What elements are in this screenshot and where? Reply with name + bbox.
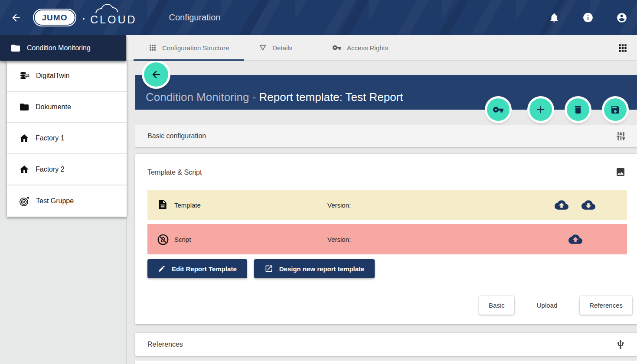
references-button[interactable]: References [580, 296, 632, 315]
button-label: Edit Report Template [172, 265, 237, 273]
workspace: Condition Monitoring - Report template: … [127, 61, 637, 364]
grid-icon [148, 43, 157, 52]
sidebar-item-label: DigitalTwin [36, 72, 69, 80]
key-icon [493, 104, 504, 115]
tab-configuration-structure[interactable]: Configuration Structure [134, 35, 244, 60]
template-script-card: Template & Script Template Version: [135, 154, 637, 324]
usb-icon[interactable] [615, 339, 626, 350]
folder-icon [10, 43, 21, 53]
sidebar-item-dokumente[interactable]: Dokumente [7, 92, 127, 123]
version-label: Version: [327, 202, 351, 209]
cloud-icon [95, 3, 123, 14]
upload-button[interactable]: Upload [527, 296, 567, 315]
row-label: Template [174, 202, 201, 209]
sidebar-item-test-gruppe[interactable]: Test Gruppe [7, 185, 127, 217]
back-fab-button[interactable] [144, 62, 168, 87]
edit-report-template-button[interactable]: Edit Report Template [147, 259, 247, 278]
navigation-sidebar: Condition Monitoring DigitalTwin Dokumen… [0, 35, 127, 364]
funnel-icon [258, 43, 267, 52]
document-icon [157, 199, 169, 211]
basic-button[interactable]: Basic [479, 296, 514, 315]
tabs-bar: Configuration Structure Details Access R… [127, 35, 637, 61]
save-icon [610, 104, 621, 115]
references-panel[interactable]: References [135, 333, 637, 356]
apps-grid-icon[interactable] [617, 42, 628, 54]
cloud-upload-icon[interactable] [568, 232, 582, 246]
basic-configuration-panel[interactable]: Basic configuration [135, 125, 637, 147]
page-title: Configuration [169, 13, 221, 23]
main-content: Configuration Structure Details Access R… [127, 35, 637, 364]
panel-title: Basic configuration [147, 132, 206, 140]
row-label: Script [174, 236, 191, 243]
info-icon[interactable] [582, 12, 594, 23]
no-script-icon [157, 233, 169, 245]
sidebar-item-digitaltwin[interactable]: DigitalTwin [7, 61, 127, 92]
sidebar-item-label: Dokumente [36, 103, 71, 111]
key-icon [332, 43, 342, 52]
home-icon [19, 164, 29, 175]
trash-icon [573, 104, 583, 115]
image-icon[interactable] [615, 167, 626, 177]
target-icon [19, 196, 30, 207]
version-label: Version: [327, 236, 351, 243]
cloud-logo: CLOUD [90, 9, 137, 26]
digital-twin-icon [19, 71, 30, 81]
tab-details[interactable]: Details [244, 35, 307, 60]
template-action-buttons: Edit Report Template Design new report t… [147, 259, 375, 278]
cloud-download-icon[interactable] [581, 198, 595, 212]
template-row: Template Version: [147, 190, 627, 220]
sidebar-item-label: Condition Monitoring [27, 44, 91, 52]
panel-title: References [147, 341, 183, 348]
jumo-cloud-screen: JUMO · CLOUD Configuration [0, 0, 637, 364]
pencil-icon [158, 265, 166, 273]
add-button[interactable] [529, 98, 552, 121]
detail-title-main: Report template: Test Report [259, 91, 403, 104]
save-button[interactable] [604, 98, 627, 121]
tab-label: Configuration Structure [162, 44, 229, 52]
detail-header-band: Condition Monitoring - Report template: … [135, 75, 637, 110]
jumo-logo: JUMO [35, 10, 75, 25]
sidebar-item-factory-1[interactable]: Factory 1 [7, 123, 127, 154]
detail-title-context: Condition Monitoring - [146, 91, 259, 104]
sidebar-children-card: DigitalTwin Dokumente Factory 1 Factory … [7, 61, 127, 217]
delete-button[interactable] [567, 98, 589, 121]
jumo-cloud-logo: JUMO · CLOUD [35, 9, 137, 26]
tab-label: Access Rights [347, 44, 388, 52]
sidebar-item-label: Test Gruppe [36, 197, 74, 205]
tab-label: Details [272, 44, 292, 52]
plus-icon [535, 104, 546, 115]
script-row: Script Version: [147, 224, 627, 254]
app-bar-actions [549, 12, 637, 23]
sidebar-item-factory-2[interactable]: Factory 2 [7, 154, 127, 185]
back-arrow-icon [150, 69, 162, 80]
logo-separator: · [82, 10, 86, 25]
app-bar: JUMO · CLOUD Configuration [0, 0, 637, 35]
account-icon[interactable] [616, 12, 627, 23]
notifications-bell-icon[interactable] [549, 12, 560, 23]
next-panel-partial [135, 361, 637, 364]
cloud-upload-icon[interactable] [555, 198, 568, 212]
card-title: Template & Script [147, 169, 202, 176]
card-footer-buttons: Basic Upload References [479, 296, 632, 315]
home-icon [19, 133, 29, 143]
folder-icon [19, 102, 29, 112]
access-key-button[interactable] [487, 98, 510, 121]
tune-sliders-icon[interactable] [615, 130, 627, 142]
open-in-new-icon [265, 264, 273, 273]
design-new-report-template-button[interactable]: Design new report template [254, 259, 375, 278]
back-arrow-icon[interactable] [10, 11, 23, 24]
sidebar-item-label: Factory 2 [36, 166, 65, 173]
tab-access-rights[interactable]: Access Rights [317, 35, 403, 60]
button-label: Design new report template [279, 265, 365, 273]
sidebar-item-label: Factory 1 [36, 134, 65, 142]
sidebar-item-condition-monitoring[interactable]: Condition Monitoring [0, 35, 126, 61]
